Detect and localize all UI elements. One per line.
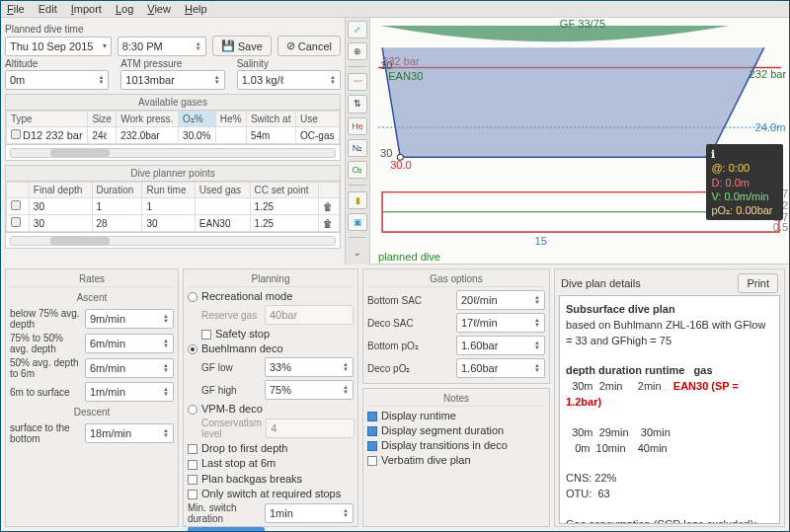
runtime-check[interactable]: Display runtime bbox=[367, 410, 545, 421]
tool-scale-icon[interactable]: ⇅ bbox=[348, 95, 367, 113]
tool-expand-icon[interactable]: ⌄ bbox=[348, 244, 367, 262]
svg-text:24.0m: 24.0m bbox=[755, 121, 786, 133]
planned-label: Planned dive time bbox=[5, 24, 341, 35]
table-row: 302830EAN301.25🗑 bbox=[7, 215, 340, 232]
print-button[interactable]: Print bbox=[738, 273, 778, 293]
gflow-input[interactable]: 33%▲▼ bbox=[265, 357, 354, 377]
rec-radio[interactable]: Recreational mode bbox=[188, 290, 354, 302]
notes-panel: Notes Display runtime Display segment du… bbox=[362, 388, 550, 527]
salinity-input[interactable]: 1.03 kg/ℓ▲▼ bbox=[237, 70, 341, 90]
svg-text:15: 15 bbox=[535, 235, 547, 247]
menu-help[interactable]: Help bbox=[185, 3, 207, 15]
bsac-input[interactable]: 20ℓ/min▲▼ bbox=[456, 290, 545, 310]
verbatim-check[interactable]: Verbatim dive plan bbox=[367, 454, 545, 466]
info-tooltip: ℹ Information @: 0:00D: 0.0m V: 0.0m/min… bbox=[706, 144, 783, 220]
svg-text:EAN30: EAN30 bbox=[388, 70, 423, 82]
dpo2-input[interactable]: 1.60bar▲▼ bbox=[456, 358, 545, 378]
last6-check[interactable]: Last stop at 6m bbox=[188, 457, 354, 469]
svg-text:30: 30 bbox=[380, 147, 392, 159]
tool-graph-icon[interactable]: 〰 bbox=[348, 73, 367, 91]
tool-o2-icon[interactable]: O₂ bbox=[348, 161, 367, 179]
vpm-radio[interactable]: VPM-B deco bbox=[188, 403, 354, 415]
svg-text:GF 33/75: GF 33/75 bbox=[560, 18, 605, 30]
svg-text:0.5: 0.5 bbox=[773, 221, 788, 233]
details-title: Dive plan details bbox=[561, 277, 641, 289]
cylinder-icon bbox=[11, 129, 21, 139]
atm-input[interactable]: 1013mbar▲▼ bbox=[120, 70, 224, 90]
svg-text:10: 10 bbox=[380, 59, 392, 71]
buhl-radio[interactable]: Buehlmann deco bbox=[188, 342, 354, 354]
gas-panel: Gas options Bottom SAC20ℓ/min▲▼ Deco SAC… bbox=[362, 268, 550, 384]
time-combo[interactable]: 8:30 PM▲▼ bbox=[118, 37, 206, 56]
cancel-button[interactable]: ⊘ Cancel bbox=[277, 36, 341, 56]
mode-combo[interactable]: CCR▾ bbox=[188, 527, 265, 532]
menu-file[interactable]: File bbox=[7, 3, 25, 15]
rates-panel: Rates Ascent below 75% avg. depth9m/min▲… bbox=[5, 268, 179, 527]
drop-check[interactable]: Drop to first depth bbox=[188, 442, 354, 454]
menu-edit[interactable]: Edit bbox=[39, 3, 57, 15]
rate2-input[interactable]: 6m/min▲▼ bbox=[85, 334, 174, 353]
rate1-input[interactable]: 9m/min▲▼ bbox=[85, 309, 174, 329]
segment-check[interactable]: Display segment duration bbox=[367, 424, 545, 436]
svg-text:planned dive: planned dive bbox=[378, 251, 440, 263]
tool-compass-icon[interactable]: ⊕ bbox=[348, 42, 367, 60]
save-button[interactable]: 💾 Save bbox=[212, 36, 272, 56]
menu-log[interactable]: Log bbox=[116, 3, 133, 15]
safety-check[interactable]: Safety stop bbox=[188, 328, 354, 340]
rate5-input[interactable]: 18m/min▲▼ bbox=[85, 423, 174, 443]
gases-title: Available gases bbox=[5, 94, 341, 110]
table-row: D12 232 bar 24ℓ232.0bar30.0% 54mOC-gas bbox=[7, 127, 340, 144]
only-check[interactable]: Only switch at required stops bbox=[188, 488, 354, 499]
trans-check[interactable]: Display transitions in deco bbox=[367, 439, 545, 451]
svg-text:232 bar: 232 bar bbox=[750, 68, 787, 80]
menubar: File Edit Import Log View Help bbox=[1, 1, 789, 18]
tool-n2-icon[interactable]: N₂ bbox=[348, 139, 367, 157]
gases-scroll[interactable] bbox=[10, 148, 336, 158]
tool-zoom-icon[interactable]: ⤢ bbox=[348, 21, 367, 38]
menu-import[interactable]: Import bbox=[71, 3, 102, 15]
menu-view[interactable]: View bbox=[147, 3, 171, 15]
tool-tank-icon[interactable]: ▮ bbox=[348, 191, 367, 209]
details-text[interactable]: Subsurface dive plan based on Buhlmann Z… bbox=[559, 295, 780, 524]
details-panel: Dive plan details Print Subsurface dive … bbox=[554, 268, 785, 527]
tool-photo-icon[interactable]: ▣ bbox=[348, 213, 367, 231]
tool-strip: ⤢ ⊕ 〰 ⇅ He N₂ O₂ ▮ ▣ ⌄ bbox=[345, 18, 370, 265]
tool-he-icon[interactable]: He bbox=[348, 117, 367, 135]
points-scroll[interactable] bbox=[10, 236, 336, 246]
dsac-input[interactable]: 17ℓ/min▲▼ bbox=[456, 313, 545, 333]
bpo2-input[interactable]: 1.60bar▲▼ bbox=[456, 336, 545, 355]
rate3-input[interactable]: 6m/min▲▼ bbox=[85, 358, 174, 378]
points-table[interactable]: Final depthDurationRun timeUsed gasCC se… bbox=[5, 181, 341, 233]
dive-profile-plot[interactable]: GF 33/75 232 bar 232 bar 24.0m 30.0 EAN3… bbox=[370, 18, 789, 265]
gases-table[interactable]: TypeSizeWork press. O₂%He%Switch atUse D… bbox=[5, 110, 341, 145]
date-combo[interactable]: Thu 10 Sep 2015▾ bbox=[5, 37, 112, 56]
table-row: 30111.25🗑 bbox=[7, 198, 340, 215]
planning-panel: Planning Recreational mode Reserve gas40… bbox=[183, 268, 358, 527]
rate4-input[interactable]: 1m/min▲▼ bbox=[85, 382, 174, 402]
minsw-input[interactable]: 1min▲▼ bbox=[265, 503, 354, 523]
backgas-check[interactable]: Plan backgas breaks bbox=[188, 473, 354, 485]
gfhigh-input[interactable]: 75%▲▼ bbox=[265, 380, 354, 400]
altitude-input[interactable]: 0m▲▼ bbox=[5, 70, 109, 90]
points-title: Dive planner points bbox=[5, 165, 341, 181]
svg-text:30.0: 30.0 bbox=[390, 159, 412, 171]
